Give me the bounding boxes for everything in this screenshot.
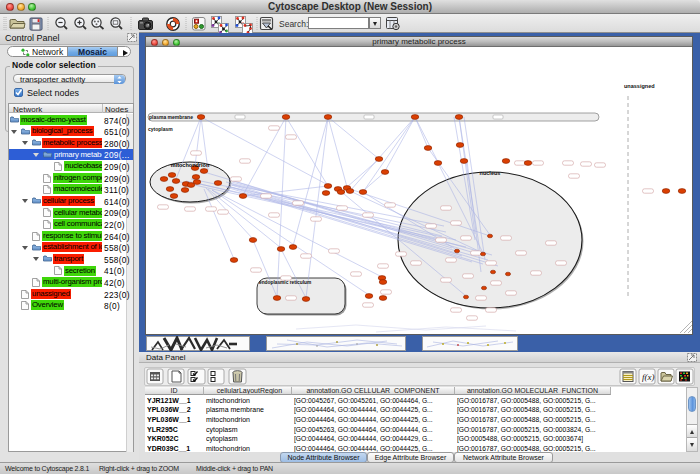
svg-text:endoplasmic reticulum: endoplasmic reticulum — [259, 280, 311, 285]
svg-text:nucleus: nucleus — [480, 170, 501, 176]
svg-text:cytoplasm: cytoplasm — [148, 126, 173, 132]
svg-text:unassigned: unassigned — [624, 83, 655, 89]
svg-text:mitochondrion: mitochondrion — [171, 162, 210, 168]
svg-text:plasma membrane: plasma membrane — [149, 114, 193, 120]
svg-text:f(x): f(x) — [642, 372, 655, 382]
